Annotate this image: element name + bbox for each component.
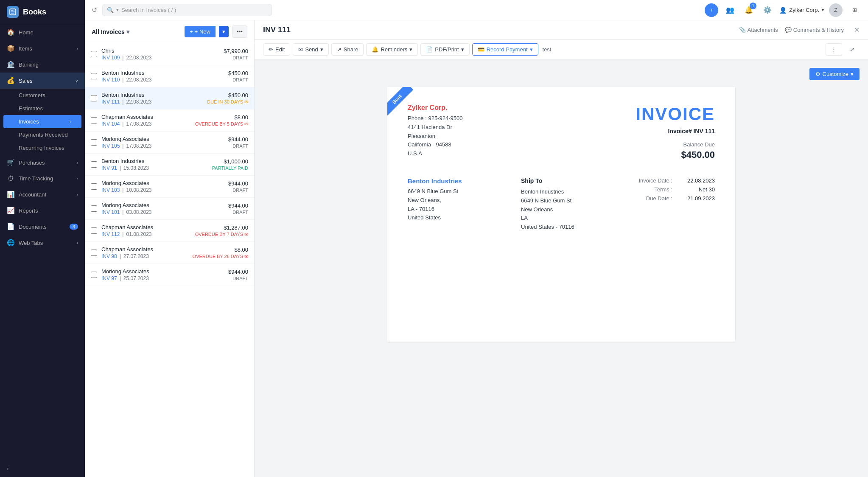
sidebar-item-label: Accountant (19, 191, 46, 198)
time-tracking-icon: ⏱ (7, 175, 14, 182)
customize-button[interactable]: ⚙ Customize ▾ (809, 68, 860, 80)
table-row[interactable]: Benton Industries INV 110 | 22.08.2023 $… (85, 65, 254, 87)
sidebar-item-payments-received[interactable]: Payments Received (0, 128, 85, 141)
invoice-details: INV 111 | 22.08.2023 (101, 99, 203, 105)
invoice-details: INV 105 | 17.08.2023 (101, 143, 224, 149)
notifications-button[interactable]: 🔔 1 (742, 3, 756, 17)
ship-address3: LA (521, 214, 622, 223)
invoice-amount: $8.00 (193, 247, 248, 253)
invoice-details: INV 110 | 22.08.2023 (101, 77, 224, 83)
row-checkbox[interactable] (91, 73, 97, 79)
invoice-date-value: 22.08.2023 (681, 177, 715, 184)
new-dropdown-button[interactable]: ▾ (219, 26, 229, 37)
table-row[interactable]: Morlong Associates INV 103 | 10.08.2023 … (85, 176, 254, 198)
table-row[interactable]: Chapman Associates INV 112 | 01.08.2023 … (85, 220, 254, 242)
sidebar-nav-item-accountant[interactable]: 📊 Accountant › (0, 186, 85, 202)
bill-address1: 6649 N Blue Gum St (408, 187, 508, 196)
row-checkbox[interactable] (91, 272, 97, 278)
collapse-button[interactable]: ⤢ (845, 44, 860, 55)
plus-icon: + (710, 7, 713, 13)
reminders-button[interactable]: 🔔 Reminders ▾ (366, 43, 418, 56)
sidebar-item-customers[interactable]: Customers (0, 89, 85, 102)
sidebar-logo[interactable]: Books (0, 0, 85, 24)
sidebar-nav-item-items[interactable]: 📦 Items › (0, 40, 85, 56)
sidebar-nav-item-reports[interactable]: 📈 Reports (0, 202, 85, 219)
record-payment-button[interactable]: 💳 Record Payment ▾ (472, 43, 538, 56)
row-checkbox[interactable] (91, 95, 97, 101)
add-button[interactable]: + (705, 3, 718, 17)
edit-button[interactable]: ✏ Edit (263, 43, 290, 56)
new-invoice-button[interactable]: + + New (185, 26, 216, 37)
table-row[interactable]: Chapman Associates INV 98 | 27.07.2023 $… (85, 242, 254, 264)
row-checkbox[interactable] (91, 161, 97, 168)
sidebar-nav-item-banking[interactable]: 🏦 Banking (0, 56, 85, 73)
sidebar-nav-item-documents[interactable]: 📄 Documents 3 (0, 219, 85, 235)
invoice-date-label: Invoice Date : (622, 177, 672, 184)
invoice-status: OVERDUE BY 26 DAYS ✉ (193, 254, 248, 259)
user-company[interactable]: 👤 Zylker Corp. ▾ (779, 7, 824, 14)
row-checkbox[interactable] (91, 227, 97, 234)
sidebar-item-invoices[interactable]: Invoices + (3, 115, 81, 128)
sidebar-item-label: Customers (19, 92, 45, 98)
customer-name: Morlong Associates (101, 136, 224, 142)
row-checkbox[interactable] (91, 51, 97, 57)
table-row[interactable]: Chapman Associates INV 104 | 17.08.2023 … (85, 109, 254, 132)
search-box[interactable]: 🔍 ▾ Search in Invoices ( / ) (102, 4, 272, 16)
sidebar-item-label: Banking (19, 62, 39, 68)
table-row[interactable]: Morlong Associates INV 105 | 17.08.2023 … (85, 132, 254, 154)
invoice-info: Chapman Associates INV 98 | 27.07.2023 (101, 246, 188, 259)
main-content: ↺ 🔍 ▾ Search in Invoices ( / ) + 👥 🔔 1 ⚙… (85, 0, 868, 477)
table-row[interactable]: Benton Industries INV 91 | 15.08.2023 $1… (85, 154, 254, 176)
row-checkbox[interactable] (91, 250, 97, 256)
table-row[interactable]: Benton Industries INV 111 | 22.08.2023 $… (85, 87, 254, 109)
send-icon: ✉ (298, 46, 303, 53)
invoice-big-label: INVOICE (636, 104, 715, 124)
sidebar-item-estimates[interactable]: Estimates (0, 102, 85, 115)
pdf-print-button[interactable]: 📄 PDF/Print ▾ (420, 43, 469, 56)
filter-dropdown-icon[interactable]: ▾ (126, 28, 129, 35)
invoice-date: 17.08.2023 (126, 143, 151, 149)
send-button[interactable]: ✉ Send ▾ (293, 43, 328, 56)
invoice-number: INV 105 (101, 143, 120, 149)
settings-button[interactable]: ⚙️ (761, 3, 774, 17)
invoice-status: DRAFT (224, 55, 248, 60)
attachments-link[interactable]: 📎 Attachments (739, 27, 778, 33)
plus-icon: + (190, 28, 193, 35)
row-checkbox[interactable] (91, 139, 97, 146)
separator: | (122, 231, 123, 237)
sidebar-nav-item-time-tracking[interactable]: ⏱ Time Tracking › (0, 171, 85, 186)
row-checkbox[interactable] (91, 183, 97, 190)
sidebar-nav-item-purchases[interactable]: 🛒 Purchases › (0, 154, 85, 171)
terms-label: Terms : (622, 186, 672, 193)
comments-link[interactable]: 💬 Comments & History (785, 27, 844, 33)
sidebar-nav-item-web-tabs[interactable]: 🌐 Web Tabs › (0, 235, 85, 251)
table-row[interactable]: Morlong Associates INV 101 | 03.08.2023 … (85, 198, 254, 220)
settings-icon: ⚙ (815, 71, 820, 77)
contacts-button[interactable]: 👥 (723, 3, 737, 17)
close-button[interactable]: ✕ (854, 26, 860, 34)
invoice-amount: $1,287.00 (195, 224, 248, 231)
more-options-button[interactable]: ••• (232, 25, 247, 38)
table-row[interactable]: Morlong Associates INV 97 | 25.07.2023 $… (85, 264, 254, 286)
apps-button[interactable]: ⊞ (848, 3, 861, 17)
sidebar-collapse-button[interactable]: ‹ (0, 460, 85, 477)
bill-to: Benton Industries 6649 N Blue Gum St New… (408, 177, 508, 232)
ship-address1: 6649 N Blue Gum St (521, 196, 622, 205)
row-checkbox[interactable] (91, 205, 97, 212)
table-row[interactable]: Chris INV 109 | 22.08.2023 $7,990.00 DRA… (85, 43, 254, 65)
sidebar-nav-item-home[interactable]: 🏠 Home (0, 24, 85, 40)
list-title: All Invoices ▾ (92, 28, 129, 35)
row-checkbox[interactable] (91, 117, 97, 123)
share-button[interactable]: ↗ Share (331, 43, 364, 56)
invoice-status: PARTIALLY PAID (212, 166, 248, 171)
refresh-button[interactable]: ↺ (92, 6, 97, 14)
user-avatar[interactable]: Z (829, 3, 843, 17)
more-actions-button[interactable]: ⋮ (826, 43, 842, 56)
client-name: Benton Industries (408, 177, 508, 185)
invoice-amount: $7,990.00 (224, 48, 248, 54)
separator: | (122, 187, 123, 193)
detail-header: INV 111 📎 Attachments 💬 Comments & Histo… (255, 20, 868, 40)
invoice-info: Benton Industries INV 91 | 15.08.2023 (101, 158, 208, 171)
sidebar-nav-item-sales[interactable]: 💰 Sales ∨ (0, 73, 85, 89)
sidebar-item-recurring-invoices[interactable]: Recurring Invoices (0, 141, 85, 154)
